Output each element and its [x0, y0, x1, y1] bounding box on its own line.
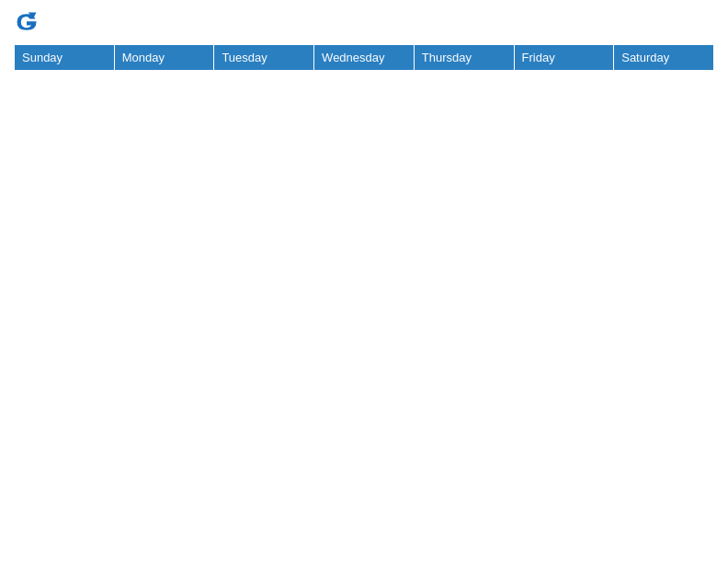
weekday-header: Saturday — [614, 45, 714, 71]
calendar-header: SundayMondayTuesdayWednesdayThursdayFrid… — [15, 45, 714, 71]
weekday-header: Tuesday — [214, 45, 314, 71]
weekday-header: Thursday — [414, 45, 514, 71]
logo — [14, 9, 43, 35]
weekday-row: SundayMondayTuesdayWednesdayThursdayFrid… — [15, 45, 714, 71]
weekday-header: Wednesday — [314, 45, 415, 71]
weekday-header: Monday — [114, 45, 214, 71]
page-container: SundayMondayTuesdayWednesdayThursdayFrid… — [0, 0, 728, 80]
logo-icon — [14, 9, 40, 35]
header — [14, 9, 714, 35]
weekday-header: Sunday — [15, 45, 115, 71]
calendar-table: SundayMondayTuesdayWednesdayThursdayFrid… — [14, 44, 714, 71]
weekday-header: Friday — [514, 45, 614, 71]
